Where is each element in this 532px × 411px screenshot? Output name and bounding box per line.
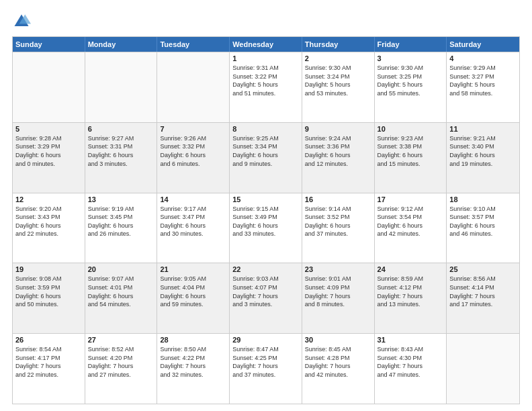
calendar-cell: 19Sunrise: 9:08 AM Sunset: 3:59 PM Dayli… bbox=[13, 263, 85, 333]
calendar-cell bbox=[85, 52, 158, 122]
calendar-cell bbox=[157, 52, 230, 122]
calendar-cell: 25Sunrise: 8:56 AM Sunset: 4:14 PM Dayli… bbox=[447, 263, 519, 333]
day-number: 16 bbox=[305, 195, 371, 203]
day-info: Sunrise: 9:12 AM Sunset: 3:54 PM Dayligh… bbox=[378, 205, 444, 238]
day-info: Sunrise: 9:08 AM Sunset: 3:59 PM Dayligh… bbox=[15, 275, 82, 308]
weekday-header: Friday bbox=[375, 37, 447, 52]
calendar-row: 1Sunrise: 9:31 AM Sunset: 3:22 PM Daylig… bbox=[13, 52, 519, 122]
day-number: 15 bbox=[232, 195, 299, 203]
calendar-cell: 9Sunrise: 9:24 AM Sunset: 3:36 PM Daylig… bbox=[302, 123, 375, 193]
day-info: Sunrise: 9:31 AM Sunset: 3:22 PM Dayligh… bbox=[232, 64, 299, 97]
day-info: Sunrise: 9:07 AM Sunset: 4:01 PM Dayligh… bbox=[88, 275, 154, 308]
day-number: 4 bbox=[449, 54, 517, 62]
calendar-cell: 23Sunrise: 9:01 AM Sunset: 4:09 PM Dayli… bbox=[302, 263, 375, 333]
day-number: 6 bbox=[88, 125, 154, 133]
day-number: 8 bbox=[232, 125, 299, 133]
day-info: Sunrise: 9:03 AM Sunset: 4:07 PM Dayligh… bbox=[232, 275, 299, 308]
calendar-cell: 28Sunrise: 8:50 AM Sunset: 4:22 PM Dayli… bbox=[157, 334, 230, 404]
day-info: Sunrise: 9:24 AM Sunset: 3:36 PM Dayligh… bbox=[305, 134, 371, 168]
calendar-cell: 8Sunrise: 9:25 AM Sunset: 3:34 PM Daylig… bbox=[230, 123, 302, 193]
calendar-cell: 10Sunrise: 9:23 AM Sunset: 3:38 PM Dayli… bbox=[375, 123, 447, 193]
calendar-cell: 17Sunrise: 9:12 AM Sunset: 3:54 PM Dayli… bbox=[375, 193, 447, 263]
day-info: Sunrise: 9:29 AM Sunset: 3:27 PM Dayligh… bbox=[449, 64, 517, 97]
weekday-header: Thursday bbox=[302, 37, 375, 52]
day-number: 9 bbox=[305, 125, 371, 133]
day-number: 29 bbox=[232, 336, 299, 344]
day-number: 7 bbox=[160, 125, 226, 133]
calendar-cell: 3Sunrise: 9:30 AM Sunset: 3:25 PM Daylig… bbox=[375, 52, 447, 122]
day-number: 20 bbox=[88, 265, 154, 273]
calendar-cell: 1Sunrise: 9:31 AM Sunset: 3:22 PM Daylig… bbox=[230, 52, 302, 122]
calendar-cell: 6Sunrise: 9:27 AM Sunset: 3:31 PM Daylig… bbox=[85, 123, 158, 193]
day-info: Sunrise: 9:21 AM Sunset: 3:40 PM Dayligh… bbox=[449, 134, 517, 168]
calendar-cell: 12Sunrise: 9:20 AM Sunset: 3:43 PM Dayli… bbox=[13, 193, 85, 263]
day-number: 25 bbox=[449, 265, 517, 273]
calendar-row: 12Sunrise: 9:20 AM Sunset: 3:43 PM Dayli… bbox=[13, 193, 519, 263]
calendar-cell: 2Sunrise: 9:30 AM Sunset: 3:24 PM Daylig… bbox=[302, 52, 375, 122]
calendar-cell: 27Sunrise: 8:52 AM Sunset: 4:20 PM Dayli… bbox=[85, 334, 158, 404]
weekday-header: Tuesday bbox=[157, 37, 230, 52]
day-info: Sunrise: 9:19 AM Sunset: 3:45 PM Dayligh… bbox=[88, 205, 154, 238]
day-number: 3 bbox=[378, 54, 444, 62]
day-info: Sunrise: 9:01 AM Sunset: 4:09 PM Dayligh… bbox=[305, 275, 371, 308]
calendar-cell: 30Sunrise: 8:45 AM Sunset: 4:28 PM Dayli… bbox=[302, 334, 375, 404]
calendar-cell: 22Sunrise: 9:03 AM Sunset: 4:07 PM Dayli… bbox=[230, 263, 302, 333]
day-info: Sunrise: 8:56 AM Sunset: 4:14 PM Dayligh… bbox=[449, 275, 517, 308]
day-number: 31 bbox=[378, 336, 444, 344]
calendar-cell: 24Sunrise: 8:59 AM Sunset: 4:12 PM Dayli… bbox=[375, 263, 447, 333]
day-info: Sunrise: 8:45 AM Sunset: 4:28 PM Dayligh… bbox=[305, 345, 371, 379]
day-info: Sunrise: 9:17 AM Sunset: 3:47 PM Dayligh… bbox=[160, 205, 226, 238]
calendar-cell: 7Sunrise: 9:26 AM Sunset: 3:32 PM Daylig… bbox=[157, 123, 230, 193]
day-number: 26 bbox=[15, 336, 82, 344]
day-info: Sunrise: 9:25 AM Sunset: 3:34 PM Dayligh… bbox=[232, 134, 299, 168]
calendar-cell: 5Sunrise: 9:28 AM Sunset: 3:29 PM Daylig… bbox=[13, 123, 85, 193]
day-info: Sunrise: 9:26 AM Sunset: 3:32 PM Dayligh… bbox=[160, 134, 226, 168]
day-info: Sunrise: 9:15 AM Sunset: 3:49 PM Dayligh… bbox=[232, 205, 299, 238]
day-info: Sunrise: 9:20 AM Sunset: 3:43 PM Dayligh… bbox=[15, 205, 82, 238]
day-info: Sunrise: 8:47 AM Sunset: 4:25 PM Dayligh… bbox=[232, 345, 299, 379]
calendar-cell: 31Sunrise: 8:43 AM Sunset: 4:30 PM Dayli… bbox=[375, 334, 447, 404]
weekday-header: Saturday bbox=[447, 37, 519, 52]
day-info: Sunrise: 8:50 AM Sunset: 4:22 PM Dayligh… bbox=[160, 345, 226, 379]
day-info: Sunrise: 9:05 AM Sunset: 4:04 PM Dayligh… bbox=[160, 275, 226, 308]
calendar-cell: 20Sunrise: 9:07 AM Sunset: 4:01 PM Dayli… bbox=[85, 263, 158, 333]
day-number: 30 bbox=[305, 336, 371, 344]
day-info: Sunrise: 8:54 AM Sunset: 4:17 PM Dayligh… bbox=[15, 345, 82, 379]
day-number: 1 bbox=[232, 54, 299, 62]
calendar-cell bbox=[447, 334, 519, 404]
calendar-cell: 15Sunrise: 9:15 AM Sunset: 3:49 PM Dayli… bbox=[230, 193, 302, 263]
day-number: 2 bbox=[305, 54, 371, 62]
day-info: Sunrise: 9:30 AM Sunset: 3:25 PM Dayligh… bbox=[378, 64, 444, 97]
logo-icon bbox=[12, 12, 31, 31]
day-number: 12 bbox=[15, 195, 82, 203]
day-number: 18 bbox=[449, 195, 517, 203]
calendar-row: 26Sunrise: 8:54 AM Sunset: 4:17 PM Dayli… bbox=[13, 333, 519, 404]
weekday-header: Wednesday bbox=[230, 37, 302, 52]
day-info: Sunrise: 8:52 AM Sunset: 4:20 PM Dayligh… bbox=[88, 345, 154, 379]
day-number: 14 bbox=[160, 195, 226, 203]
day-number: 5 bbox=[15, 125, 82, 133]
calendar-cell bbox=[13, 52, 85, 122]
calendar-cell: 26Sunrise: 8:54 AM Sunset: 4:17 PM Dayli… bbox=[13, 334, 85, 404]
day-info: Sunrise: 9:27 AM Sunset: 3:31 PM Dayligh… bbox=[88, 134, 154, 168]
calendar: SundayMondayTuesdayWednesdayThursdayFrid… bbox=[12, 36, 520, 404]
calendar-row: 5Sunrise: 9:28 AM Sunset: 3:29 PM Daylig… bbox=[13, 122, 519, 193]
weekday-header: Monday bbox=[85, 37, 158, 52]
calendar-row: 19Sunrise: 9:08 AM Sunset: 3:59 PM Dayli… bbox=[13, 263, 519, 333]
weekday-header: Sunday bbox=[13, 37, 85, 52]
day-number: 22 bbox=[232, 265, 299, 273]
calendar-cell: 11Sunrise: 9:21 AM Sunset: 3:40 PM Dayli… bbox=[447, 123, 519, 193]
day-info: Sunrise: 8:43 AM Sunset: 4:30 PM Dayligh… bbox=[378, 345, 444, 379]
logo bbox=[12, 12, 34, 31]
day-number: 21 bbox=[160, 265, 226, 273]
day-info: Sunrise: 9:23 AM Sunset: 3:38 PM Dayligh… bbox=[378, 134, 444, 168]
calendar-cell: 16Sunrise: 9:14 AM Sunset: 3:52 PM Dayli… bbox=[302, 193, 375, 263]
day-info: Sunrise: 9:28 AM Sunset: 3:29 PM Dayligh… bbox=[15, 134, 82, 168]
day-info: Sunrise: 9:30 AM Sunset: 3:24 PM Dayligh… bbox=[305, 64, 371, 97]
day-number: 11 bbox=[449, 125, 517, 133]
calendar-cell: 4Sunrise: 9:29 AM Sunset: 3:27 PM Daylig… bbox=[447, 52, 519, 122]
day-number: 13 bbox=[88, 195, 154, 203]
day-info: Sunrise: 9:14 AM Sunset: 3:52 PM Dayligh… bbox=[305, 205, 371, 238]
day-number: 28 bbox=[160, 336, 226, 344]
day-info: Sunrise: 8:59 AM Sunset: 4:12 PM Dayligh… bbox=[378, 275, 444, 308]
